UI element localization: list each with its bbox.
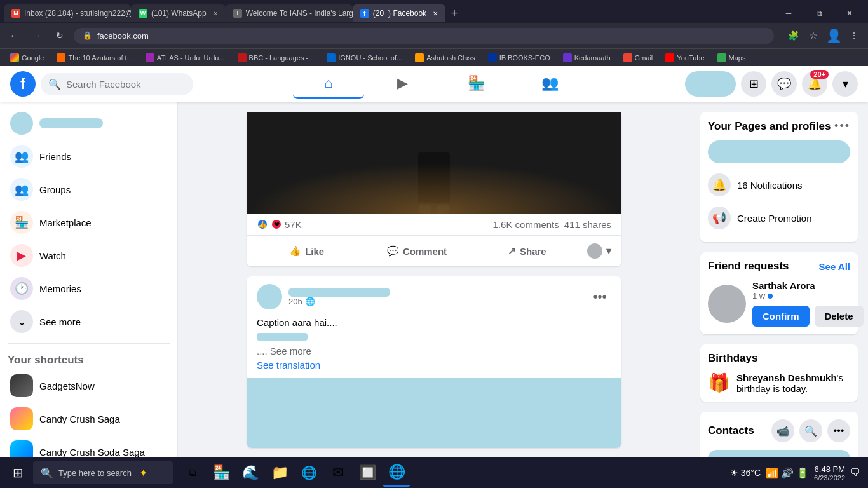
search-input[interactable] bbox=[66, 79, 180, 90]
post-more-button[interactable]: ••• bbox=[588, 285, 611, 308]
gadgets-icon bbox=[10, 374, 33, 397]
sidebar-item-friends[interactable]: 👥 Friends bbox=[3, 140, 175, 173]
comment-button-1[interactable]: 💬 Comment bbox=[362, 238, 471, 264]
notifications-taskbar-icon[interactable]: 🗨 bbox=[850, 467, 860, 478]
groups-nav-icon: 👥 bbox=[541, 75, 559, 92]
taskbar-datetime[interactable]: 6:48 PM 6/23/2022 bbox=[814, 464, 845, 482]
bookmark-kedarnaath[interactable]: Kedarnaath bbox=[558, 52, 616, 64]
see-more-link[interactable]: .... See more bbox=[257, 346, 311, 356]
see-translation-link[interactable]: See translation bbox=[257, 360, 611, 370]
notifications-item[interactable]: 🔔 16 Notifications bbox=[708, 168, 850, 201]
close-button[interactable]: ✕ bbox=[835, 4, 864, 22]
share-button-1[interactable]: ↗ Share bbox=[472, 238, 582, 264]
avatar-action-btn[interactable]: ▾ bbox=[582, 238, 616, 264]
cortana-icon: ✦ bbox=[139, 467, 147, 479]
cloud-avatar-header[interactable] bbox=[685, 71, 736, 97]
marketplace-label: Marketplace bbox=[39, 217, 92, 228]
video-call-icon[interactable]: 📹 bbox=[771, 419, 794, 442]
grid-menu-button[interactable]: ⊞ bbox=[741, 71, 766, 97]
sidebar-profile[interactable] bbox=[3, 107, 175, 140]
taskbar-explorer[interactable]: 📁 bbox=[266, 459, 294, 487]
windows-taskbar: ⊞ 🔍 Type here to search ✦ ⧉ 🏪 🌊 📁 🌐 ✉ 🔲 … bbox=[0, 458, 868, 488]
new-tab-button[interactable]: + bbox=[445, 4, 463, 22]
shortcut-gadgets[interactable]: GadgetsNow bbox=[3, 369, 175, 402]
sidebar-item-memories[interactable]: 🕐 Memories bbox=[3, 272, 175, 305]
taskbar-store[interactable]: 🏪 bbox=[207, 459, 235, 487]
refresh-button[interactable]: ↻ bbox=[51, 27, 69, 44]
tab-whatsapp[interactable]: W (101) WhatsApp ✕ bbox=[131, 4, 226, 22]
bookmark-maps[interactable]: Maps bbox=[712, 52, 751, 64]
taskbar-search-box[interactable]: 🔍 Type here to search ✦ bbox=[33, 461, 173, 484]
bookmark-avatars[interactable]: The 10 Avatars of t... bbox=[51, 52, 137, 64]
nav-marketplace[interactable]: 🏪 bbox=[440, 69, 512, 99]
create-promotion-item[interactable]: 📢 Create Promotion bbox=[708, 201, 850, 234]
sidebar-item-groups[interactable]: 👥 Groups bbox=[3, 173, 175, 206]
taskbar-ms365[interactable]: 🔲 bbox=[353, 459, 381, 487]
nav-home[interactable]: ⌂ bbox=[293, 69, 364, 99]
messenger-button[interactable]: 💬 bbox=[771, 71, 797, 97]
birthday-item: 🎁 Shreyansh Deshmukh's birthday is today… bbox=[708, 372, 850, 394]
nav-groups[interactable]: 👥 bbox=[514, 69, 585, 99]
menu-button[interactable]: ⋮ bbox=[845, 27, 863, 44]
see-more-button[interactable]: ⌄ See more bbox=[3, 305, 175, 338]
taskbar-search-text: Type here to search bbox=[58, 468, 132, 478]
reaction-icons-1: 👍 ❤ 57K bbox=[257, 219, 302, 230]
facebook-logo[interactable]: f bbox=[10, 71, 36, 97]
profile-button[interactable]: 👤 bbox=[825, 27, 843, 44]
minimize-button[interactable]: ─ bbox=[774, 4, 803, 22]
post-bottom-blurred-image bbox=[247, 378, 621, 448]
gadgets-label: GadgetsNow bbox=[39, 381, 95, 391]
start-button[interactable]: ⊞ bbox=[3, 458, 33, 488]
bookmark-gmail[interactable]: Gmail bbox=[618, 52, 658, 64]
taskbar-search-icon: 🔍 bbox=[41, 467, 53, 479]
taskbar-pinned-apps: ⧉ 🏪 🌊 📁 🌐 ✉ 🔲 🌐 bbox=[178, 459, 410, 487]
bookmark-youtube[interactable]: YouTube bbox=[660, 52, 709, 64]
bookmark-ib-books[interactable]: IB BOOKS-ECO bbox=[483, 52, 555, 64]
url-bar[interactable]: 🔒 facebook.com bbox=[74, 28, 774, 44]
tab-close-facebook[interactable]: ✕ bbox=[433, 10, 438, 17]
tab-facebook[interactable]: f (20+) Facebook ✕ bbox=[353, 4, 445, 22]
sidebar-item-watch[interactable]: ▶ Watch bbox=[3, 239, 175, 272]
contacts-more-icon[interactable]: ••• bbox=[827, 419, 850, 442]
tab-ians[interactable]: I Welcome To IANS - India's Large... ✕ bbox=[226, 4, 353, 22]
bookmark-google[interactable]: Google bbox=[5, 52, 49, 64]
like-icon: 👍 bbox=[289, 245, 301, 257]
account-menu-button[interactable]: ▾ bbox=[832, 71, 858, 97]
bookmark-button[interactable]: ☆ bbox=[804, 27, 822, 44]
restore-button[interactable]: ⧉ bbox=[804, 4, 834, 22]
forward-button[interactable]: → bbox=[28, 27, 46, 44]
taskbar-browser-active[interactable]: 🌐 bbox=[383, 459, 410, 487]
back-button[interactable]: ← bbox=[5, 27, 23, 44]
shortcut-candy-crush[interactable]: Candy Crush Saga bbox=[3, 402, 175, 435]
nav-video[interactable]: ▶ bbox=[367, 69, 438, 99]
tab-gmail[interactable]: M Inbox (28,184) - stutisingh222@... ✕ bbox=[4, 4, 131, 22]
search-box[interactable]: 🔍 bbox=[41, 73, 193, 95]
bookmark-atlas[interactable]: ATLAS - Urdu: Urdu... bbox=[140, 52, 230, 64]
battery-icon[interactable]: 🔋 bbox=[796, 467, 809, 479]
bookmark-ashutosh[interactable]: Ashutosh Class bbox=[410, 52, 480, 64]
taskbar-edge[interactable]: 🌊 bbox=[236, 459, 264, 487]
pages-section-header: Your Pages and profiles ••• bbox=[708, 119, 850, 133]
extensions-button[interactable]: 🧩 bbox=[784, 27, 802, 44]
weather-widget[interactable]: ☀ 36°C bbox=[730, 468, 761, 478]
confirm-friend-button[interactable]: Confirm bbox=[752, 306, 810, 327]
search-contacts-icon[interactable]: 🔍 bbox=[799, 419, 822, 442]
see-more-label: See more bbox=[39, 316, 81, 327]
love-reaction-icon: ❤ bbox=[271, 219, 282, 230]
volume-icon[interactable]: 🔊 bbox=[781, 467, 794, 479]
bookmark-bbc[interactable]: BBC - Languages -... bbox=[233, 52, 320, 64]
delete-friend-button[interactable]: Delete bbox=[815, 306, 864, 327]
bookmark-ignou[interactable]: IGNOU - School of... bbox=[322, 52, 407, 64]
tab-close-whatsapp[interactable]: ✕ bbox=[213, 10, 218, 17]
taskbar-chrome[interactable]: 🌐 bbox=[295, 459, 323, 487]
pages-more-button[interactable]: ••• bbox=[834, 119, 850, 133]
notifications-button[interactable]: 🔔 20+ bbox=[802, 71, 827, 97]
taskbar-taskview[interactable]: ⧉ bbox=[178, 459, 206, 487]
see-all-link[interactable]: See All bbox=[819, 261, 850, 272]
taskbar-mail[interactable]: ✉ bbox=[324, 459, 352, 487]
like-button-1[interactable]: 👍 Like bbox=[252, 238, 362, 264]
network-icon[interactable]: 📶 bbox=[766, 467, 778, 479]
create-promotion-label: Create Promotion bbox=[737, 213, 812, 224]
share-icon: ↗ bbox=[508, 245, 516, 257]
sidebar-item-marketplace[interactable]: 🏪 Marketplace bbox=[3, 206, 175, 239]
